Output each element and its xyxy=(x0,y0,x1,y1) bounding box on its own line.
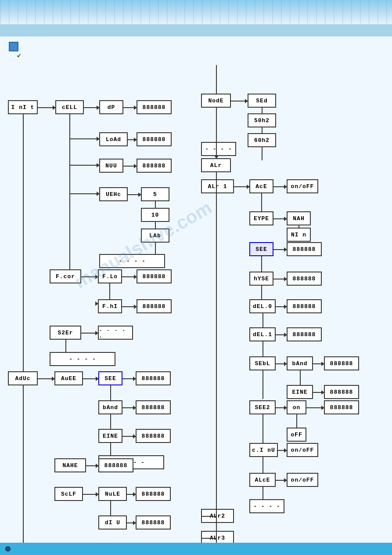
arrow-load-val xyxy=(128,139,137,140)
arrow-hyst-val xyxy=(273,279,287,279)
line-cell-uehc xyxy=(69,165,70,193)
node-eline-aute: EINE xyxy=(98,429,122,443)
node-dashes1: - - - - xyxy=(99,254,165,268)
node-lab: LAb xyxy=(141,229,169,243)
node-type: EYPE xyxy=(249,211,273,225)
arrow-set-val xyxy=(122,378,136,379)
node-eline-sebl: EINE xyxy=(287,385,313,399)
arrow-band-val xyxy=(122,407,136,408)
arrow-alr1-act xyxy=(234,186,249,187)
node-val5: 5 xyxy=(141,187,169,201)
node-alct-onoff: on/oFF xyxy=(287,473,318,487)
arrow-cell-nuu xyxy=(69,165,99,166)
arrow-set2-on xyxy=(276,407,287,408)
node-init: I nI t xyxy=(8,100,38,114)
node-fhi-val: 888888 xyxy=(137,299,172,313)
node-aute: AuEE xyxy=(54,371,83,385)
arrow-nahe-val xyxy=(86,465,98,466)
arrow-nuu-val xyxy=(123,166,137,167)
node-del1: dEL.1 xyxy=(249,327,276,341)
node-on: on xyxy=(287,400,306,414)
node-on-val: 888888 xyxy=(324,400,359,414)
arrow-right-main xyxy=(216,172,217,555)
node-dashes-alct: - - - - xyxy=(249,499,284,513)
arrow-mode-std xyxy=(231,101,248,102)
arrow-mode-alr xyxy=(216,108,217,158)
arrow-sclf-nult xyxy=(83,494,98,495)
line-sebl-set2 xyxy=(263,370,263,399)
node-set-alr-val: 888888 xyxy=(287,242,322,256)
line-alct-dash xyxy=(263,487,263,500)
arrow-eline-sebl-val xyxy=(313,392,324,393)
node-nult-val: 888888 xyxy=(136,487,171,501)
line-nult-dlu xyxy=(110,501,111,516)
node-nahe-val: 888888 xyxy=(98,458,133,472)
node-alct: ALcE xyxy=(249,473,276,487)
node-load: LoAd xyxy=(99,132,128,146)
node-dlu-val: 888888 xyxy=(136,515,171,530)
arrow-cell-uehc xyxy=(69,193,99,194)
node-eline-val: 888888 xyxy=(136,429,171,443)
node-clnu: c.I nU xyxy=(249,443,278,457)
node-min: NI n xyxy=(287,228,311,242)
arrow-init-cell xyxy=(38,107,55,108)
node-set-aute-val: 888888 xyxy=(136,371,171,385)
arrow-type-mah xyxy=(273,218,287,219)
cursor-arrow: ↙ xyxy=(17,50,22,59)
arrow-s2er-dots xyxy=(81,333,98,334)
node-alr1: ALr 1 xyxy=(201,179,234,193)
node-act: AcE xyxy=(249,179,273,193)
line-60hz-dash xyxy=(262,147,263,160)
arrow-cell-dp xyxy=(84,107,99,108)
node-set2: SEE2 xyxy=(249,400,276,414)
arrow-flo-val xyxy=(122,276,137,277)
node-nahe: NAHE xyxy=(54,458,86,472)
arrow-clnu-onoff xyxy=(278,450,287,451)
node-set-alr: SEE xyxy=(249,242,273,256)
node-nult: NuLE xyxy=(98,487,127,501)
arrow-del1-val xyxy=(276,334,287,335)
arrow-set-alr-val xyxy=(273,249,287,250)
header-bar xyxy=(0,24,392,36)
node-del0: dEL.0 xyxy=(249,299,276,313)
node-hyst: hYSE xyxy=(249,272,273,286)
node-dots: . . . . . xyxy=(98,326,133,340)
node-eline-sebl-val: 888888 xyxy=(324,385,359,399)
node-dlu: dI U xyxy=(98,515,127,530)
node-dp: dP xyxy=(99,100,123,114)
node-sclf: ScLF xyxy=(54,487,83,501)
line-alr3-connect xyxy=(201,538,216,539)
main-content: manualshlve.com ↙ I nI t cELL dP 888888 … xyxy=(0,36,392,546)
arrow-del0-val xyxy=(276,306,287,307)
node-band-aute: bAnd xyxy=(98,400,122,414)
node-band-sebl-val: 888888 xyxy=(324,356,359,370)
node-val10: 10 xyxy=(141,208,169,222)
node-s2er: S2Er xyxy=(50,326,81,340)
node-off: oFF xyxy=(287,428,306,442)
bottom-dot xyxy=(5,546,11,551)
node-nuu-val: 888888 xyxy=(137,159,172,173)
node-flo-val: 888888 xyxy=(137,269,172,283)
node-uehc: UEHc xyxy=(99,187,128,201)
line-alr2-connect xyxy=(201,516,216,517)
node-cell: cELL xyxy=(55,100,84,114)
node-band-val: 888888 xyxy=(136,400,171,414)
bottom-bar xyxy=(0,543,392,555)
node-nuu: NUU xyxy=(99,159,123,173)
arrow-cell-load xyxy=(69,138,99,139)
node-50hz: 50h2 xyxy=(248,113,276,127)
arrow-dp-val xyxy=(123,107,137,108)
arrow-eline-val xyxy=(122,436,136,437)
arrow-sebl-band xyxy=(276,363,287,364)
node-del0-val: 888888 xyxy=(287,299,322,313)
arrow-alct-onoff xyxy=(276,480,287,481)
node-aduc: AdUc xyxy=(8,371,38,385)
arrow-fcor-flo xyxy=(81,276,98,277)
node-mah: NAH xyxy=(287,211,311,225)
node-fhi: F.hI xyxy=(98,299,122,313)
top-banner xyxy=(0,0,392,24)
node-hyst-val: 888888 xyxy=(287,272,322,286)
arrow-aduc-aute xyxy=(38,378,54,379)
node-60hz: 60h2 xyxy=(248,133,276,147)
arrow-act-onoff xyxy=(273,186,287,187)
